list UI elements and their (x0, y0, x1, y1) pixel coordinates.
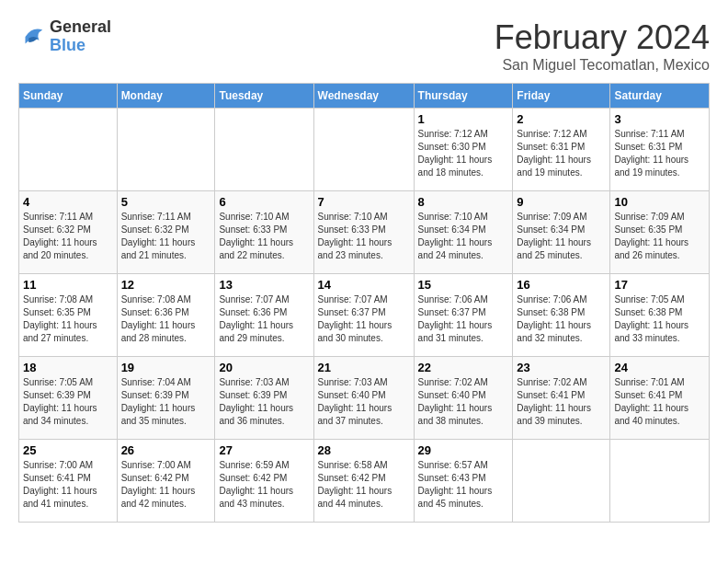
calendar-cell: 24Sunrise: 7:01 AMSunset: 6:41 PMDayligh… (610, 357, 710, 440)
calendar-cell (215, 109, 313, 191)
day-number: 4 (23, 195, 113, 209)
day-number: 16 (517, 278, 606, 292)
day-info: Sunrise: 7:07 AMSunset: 6:37 PMDaylight:… (318, 293, 410, 345)
day-number: 7 (318, 195, 410, 209)
page-header: General Blue February 2024 San Miguel Te… (18, 18, 710, 74)
day-info: Sunrise: 6:59 AMSunset: 6:42 PMDaylight:… (219, 459, 309, 511)
day-number: 9 (517, 195, 606, 209)
day-number: 6 (219, 195, 309, 209)
calendar-week-row: 4Sunrise: 7:11 AMSunset: 6:32 PMDaylight… (19, 191, 710, 274)
calendar-cell (513, 440, 610, 523)
main-title: February 2024 (495, 18, 710, 57)
day-info: Sunrise: 7:03 AMSunset: 6:39 PMDaylight:… (219, 376, 309, 428)
calendar-week-row: 11Sunrise: 7:08 AMSunset: 6:35 PMDayligh… (19, 274, 710, 357)
day-number: 17 (614, 278, 705, 292)
day-info: Sunrise: 7:06 AMSunset: 6:38 PMDaylight:… (517, 293, 606, 345)
day-info: Sunrise: 7:09 AMSunset: 6:35 PMDaylight:… (614, 211, 705, 262)
logo-text: General Blue (50, 18, 111, 55)
day-info: Sunrise: 7:08 AMSunset: 6:36 PMDaylight:… (121, 293, 211, 345)
calendar-cell (19, 109, 118, 191)
day-info: Sunrise: 7:12 AMSunset: 6:31 PMDaylight:… (517, 128, 606, 179)
subtitle: San Miguel Tecomatlan, Mexico (495, 57, 710, 74)
day-info: Sunrise: 7:11 AMSunset: 6:32 PMDaylight:… (121, 211, 211, 262)
calendar-cell: 12Sunrise: 7:08 AMSunset: 6:36 PMDayligh… (117, 274, 215, 357)
day-info: Sunrise: 7:04 AMSunset: 6:39 PMDaylight:… (121, 376, 211, 428)
day-of-week-header: Tuesday (215, 84, 313, 109)
day-info: Sunrise: 7:05 AMSunset: 6:39 PMDaylight:… (23, 376, 113, 428)
calendar-cell: 1Sunrise: 7:12 AMSunset: 6:30 PMDaylight… (414, 109, 513, 191)
day-info: Sunrise: 7:10 AMSunset: 6:33 PMDaylight:… (219, 211, 309, 262)
calendar-week-row: 1Sunrise: 7:12 AMSunset: 6:30 PMDaylight… (19, 109, 710, 191)
day-of-week-header: Friday (513, 84, 610, 109)
day-info: Sunrise: 7:05 AMSunset: 6:38 PMDaylight:… (614, 293, 705, 345)
day-number: 28 (318, 443, 410, 457)
day-info: Sunrise: 6:57 AMSunset: 6:43 PMDaylight:… (418, 459, 509, 511)
day-info: Sunrise: 7:07 AMSunset: 6:36 PMDaylight:… (219, 293, 309, 345)
calendar-cell: 7Sunrise: 7:10 AMSunset: 6:33 PMDaylight… (313, 191, 414, 274)
day-number: 20 (219, 361, 309, 374)
calendar-cell: 8Sunrise: 7:10 AMSunset: 6:34 PMDaylight… (414, 191, 513, 274)
day-info: Sunrise: 7:12 AMSunset: 6:30 PMDaylight:… (418, 128, 509, 179)
day-number: 1 (418, 112, 509, 126)
day-info: Sunrise: 7:02 AMSunset: 6:40 PMDaylight:… (418, 376, 509, 428)
day-number: 18 (23, 361, 113, 374)
logo: General Blue (18, 18, 111, 55)
day-of-week-header: Saturday (610, 84, 710, 109)
logo-bird-icon (18, 23, 46, 51)
calendar-week-row: 18Sunrise: 7:05 AMSunset: 6:39 PMDayligh… (19, 357, 710, 440)
day-info: Sunrise: 7:08 AMSunset: 6:35 PMDaylight:… (23, 293, 113, 345)
day-number: 11 (23, 278, 113, 292)
day-number: 29 (418, 443, 509, 457)
day-info: Sunrise: 7:09 AMSunset: 6:34 PMDaylight:… (517, 211, 606, 262)
calendar-cell: 11Sunrise: 7:08 AMSunset: 6:35 PMDayligh… (19, 274, 118, 357)
calendar-cell (313, 109, 414, 191)
day-number: 12 (121, 278, 211, 292)
day-info: Sunrise: 7:10 AMSunset: 6:34 PMDaylight:… (418, 211, 509, 262)
day-number: 14 (318, 278, 410, 292)
day-number: 8 (418, 195, 509, 209)
calendar-cell: 4Sunrise: 7:11 AMSunset: 6:32 PMDaylight… (19, 191, 118, 274)
calendar-cell: 25Sunrise: 7:00 AMSunset: 6:41 PMDayligh… (19, 440, 118, 523)
calendar-cell: 15Sunrise: 7:06 AMSunset: 6:37 PMDayligh… (414, 274, 513, 357)
day-number: 13 (219, 278, 309, 292)
day-info: Sunrise: 7:06 AMSunset: 6:37 PMDaylight:… (418, 293, 509, 345)
day-of-week-header: Sunday (19, 84, 118, 109)
day-number: 24 (614, 361, 705, 374)
day-info: Sunrise: 7:11 AMSunset: 6:32 PMDaylight:… (23, 211, 113, 262)
day-info: Sunrise: 7:03 AMSunset: 6:40 PMDaylight:… (318, 376, 410, 428)
day-info: Sunrise: 6:58 AMSunset: 6:42 PMDaylight:… (318, 459, 410, 511)
calendar-cell: 22Sunrise: 7:02 AMSunset: 6:40 PMDayligh… (414, 357, 513, 440)
day-number: 25 (23, 443, 113, 457)
day-of-week-header: Thursday (414, 84, 513, 109)
day-info: Sunrise: 7:01 AMSunset: 6:41 PMDaylight:… (614, 376, 705, 428)
day-number: 26 (121, 443, 211, 457)
calendar-cell: 20Sunrise: 7:03 AMSunset: 6:39 PMDayligh… (215, 357, 313, 440)
calendar-cell: 17Sunrise: 7:05 AMSunset: 6:38 PMDayligh… (610, 274, 710, 357)
day-number: 15 (418, 278, 509, 292)
calendar-cell: 14Sunrise: 7:07 AMSunset: 6:37 PMDayligh… (313, 274, 414, 357)
logo-blue: Blue (50, 37, 111, 55)
day-info: Sunrise: 7:10 AMSunset: 6:33 PMDaylight:… (318, 211, 410, 262)
calendar-week-row: 25Sunrise: 7:00 AMSunset: 6:41 PMDayligh… (19, 440, 710, 523)
day-number: 3 (614, 112, 705, 126)
calendar-cell: 10Sunrise: 7:09 AMSunset: 6:35 PMDayligh… (610, 191, 710, 274)
logo-general: General (50, 18, 111, 37)
calendar-cell: 27Sunrise: 6:59 AMSunset: 6:42 PMDayligh… (215, 440, 313, 523)
day-number: 2 (517, 112, 606, 126)
calendar-cell: 9Sunrise: 7:09 AMSunset: 6:34 PMDaylight… (513, 191, 610, 274)
calendar-cell (117, 109, 215, 191)
day-info: Sunrise: 7:02 AMSunset: 6:41 PMDaylight:… (517, 376, 606, 428)
day-number: 10 (614, 195, 705, 209)
calendar-table: SundayMondayTuesdayWednesdayThursdayFrid… (18, 83, 710, 523)
calendar-cell: 13Sunrise: 7:07 AMSunset: 6:36 PMDayligh… (215, 274, 313, 357)
day-info: Sunrise: 7:11 AMSunset: 6:31 PMDaylight:… (614, 128, 705, 179)
calendar-cell: 29Sunrise: 6:57 AMSunset: 6:43 PMDayligh… (414, 440, 513, 523)
calendar-cell: 23Sunrise: 7:02 AMSunset: 6:41 PMDayligh… (513, 357, 610, 440)
calendar-cell: 6Sunrise: 7:10 AMSunset: 6:33 PMDaylight… (215, 191, 313, 274)
day-info: Sunrise: 7:00 AMSunset: 6:42 PMDaylight:… (121, 459, 211, 511)
day-number: 5 (121, 195, 211, 209)
calendar-cell: 19Sunrise: 7:04 AMSunset: 6:39 PMDayligh… (117, 357, 215, 440)
day-of-week-header: Monday (117, 84, 215, 109)
calendar-cell: 5Sunrise: 7:11 AMSunset: 6:32 PMDaylight… (117, 191, 215, 274)
title-block: February 2024 San Miguel Tecomatlan, Mex… (495, 18, 710, 74)
